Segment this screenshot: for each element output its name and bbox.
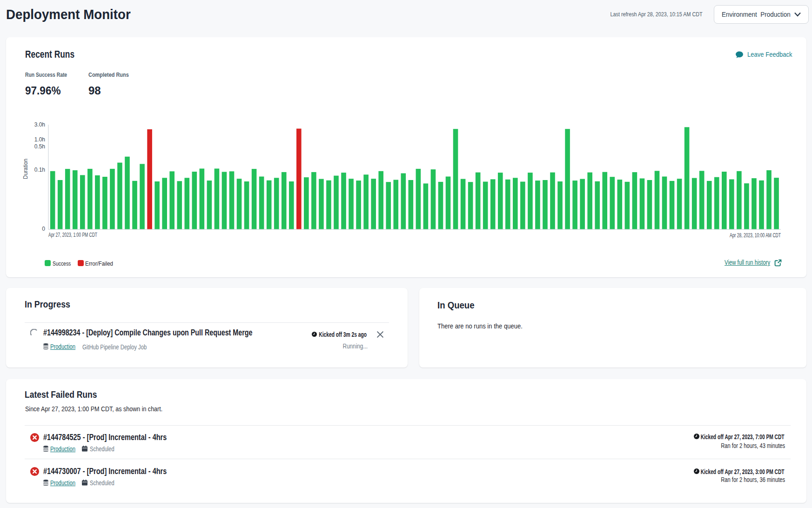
svg-text:Apr 28, 2023, 10:00 AM CDT: Apr 28, 2023, 10:00 AM CDT bbox=[730, 232, 781, 239]
svg-text:Apr 27, 2023, 1:00 PM CDT: Apr 27, 2023, 1:00 PM CDT bbox=[48, 232, 97, 238]
svg-text:Duration: Duration bbox=[22, 159, 29, 179]
svg-text:3.0h: 3.0h bbox=[34, 121, 45, 128]
svg-text:1.0h: 1.0h bbox=[34, 136, 45, 143]
svg-text:0: 0 bbox=[42, 226, 45, 232]
svg-text:0.1h: 0.1h bbox=[34, 167, 45, 173]
svg-text:0.5h: 0.5h bbox=[34, 143, 45, 150]
